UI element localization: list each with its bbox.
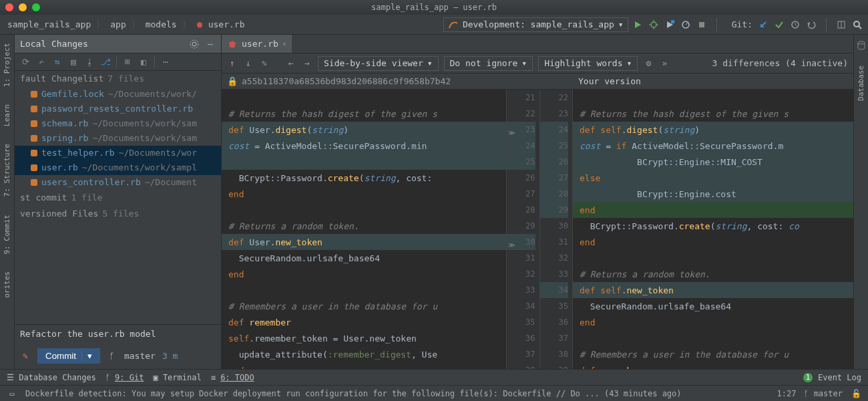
code-line[interactable]: def remember <box>222 314 506 330</box>
code-line[interactable] <box>573 90 853 106</box>
close-window-icon[interactable] <box>5 3 13 11</box>
tool-git[interactable]: ᚶ 9: Git <box>105 373 144 382</box>
code-line[interactable]: # Remembers a user in the database for u <box>573 346 853 362</box>
code-line[interactable]: self.remember_token = User.new_token <box>222 330 506 346</box>
changes-file-list[interactable]: fault Changelist 7 files Gemfile.lock~/D… <box>15 71 221 324</box>
breadcrumb[interactable]: sample_rails_app 〉 app 〉 models 〉 user.r… <box>5 19 246 31</box>
cursor-position[interactable]: 1:27 <box>777 389 797 398</box>
settings-diff-icon[interactable]: ⚙ <box>643 58 654 69</box>
code-line[interactable]: # Returns a random token. <box>573 266 853 282</box>
code-line[interactable] <box>222 282 506 298</box>
group-by-icon[interactable]: ⎇ <box>100 57 111 68</box>
edit-source-icon[interactable]: ✎ <box>259 58 270 69</box>
code-line[interactable] <box>573 330 853 346</box>
breadcrumb-part[interactable]: app <box>108 19 128 29</box>
shelve-icon[interactable]: ⭳ <box>84 57 95 68</box>
code-line[interactable]: BCrypt::Password.create(string, cost: co <box>573 218 853 234</box>
whitespace-dropdown[interactable]: Do not ignore ▾ <box>444 56 533 71</box>
tool-todo[interactable]: ≡ 6: TODO <box>211 373 254 382</box>
code-line[interactable]: cost = if ActiveModel::SecurePassword.m <box>573 138 853 154</box>
stop-icon[interactable] <box>696 19 707 30</box>
viewer-mode-dropdown[interactable]: Side-by-side viewer ▾ <box>318 56 439 71</box>
commit-message-input[interactable]: Refactor the user.rb model <box>15 324 221 343</box>
forward-icon[interactable]: → <box>302 58 312 69</box>
zoom-window-icon[interactable] <box>32 3 40 11</box>
commit-check-icon[interactable] <box>774 19 785 30</box>
amend-icon[interactable]: ✎ <box>20 351 31 362</box>
breadcrumb-part[interactable]: sample_rails_app <box>5 19 93 29</box>
run-config-selector[interactable]: Development: sample_rails_app ▾ <box>443 17 628 32</box>
code-line[interactable]: cost = ActiveModel::SecurePassword.min <box>222 138 506 154</box>
expand-all-icon[interactable]: ⊞ <box>122 57 133 68</box>
prev-diff-icon[interactable]: ↑ <box>227 58 238 69</box>
attach-profiler-icon[interactable] <box>680 19 691 30</box>
code-line[interactable]: SecureRandom.urlsafe_base64 <box>573 298 853 314</box>
code-line[interactable]: BCrypt::Password.create(string, cost: <box>222 170 506 186</box>
revert-icon[interactable] <box>806 19 817 30</box>
back-icon[interactable]: ← <box>286 58 296 69</box>
code-line[interactable]: else <box>573 170 853 186</box>
breadcrumb-file[interactable]: user.rb <box>206 19 247 29</box>
debug-icon[interactable] <box>648 19 659 30</box>
code-line[interactable]: end <box>573 234 853 250</box>
code-line[interactable]: def User.new_token <box>222 234 506 250</box>
branch-indicator[interactable]: ᚶ master <box>804 389 843 398</box>
code-line[interactable]: # Remembers a user in the database for u <box>222 298 506 314</box>
commit-button[interactable]: Commit ▾ <box>37 348 100 364</box>
chevron-down-icon[interactable]: ▾ <box>81 351 92 361</box>
code-line[interactable]: SecureRandom.urlsafe_base64 <box>222 250 506 266</box>
more-diff-icon[interactable]: » <box>659 58 670 69</box>
history-icon[interactable] <box>790 19 801 30</box>
database-icon[interactable] <box>856 40 867 51</box>
minimize-panel-icon[interactable]: — <box>205 39 216 49</box>
highlight-dropdown[interactable]: Highlight words ▾ <box>538 56 638 71</box>
code-line[interactable]: # Returns a random token. <box>222 218 506 234</box>
code-line[interactable]: def remember <box>573 362 853 369</box>
next-diff-icon[interactable]: ↓ <box>243 58 254 69</box>
code-line[interactable]: end <box>573 314 853 330</box>
code-line[interactable] <box>222 90 506 106</box>
tool-window-structure[interactable]: 7: Structure <box>3 141 11 199</box>
code-line[interactable]: BCrypt::Engine::MIN_COST <box>573 154 853 170</box>
gear-icon[interactable] <box>189 39 200 49</box>
code-line[interactable]: end <box>222 362 506 369</box>
preview-diff-icon[interactable]: ◧ <box>138 57 149 68</box>
close-tab-icon[interactable]: ✕ <box>282 39 287 48</box>
code-line[interactable]: BCrypt::Engine.cost <box>573 186 853 202</box>
run-icon[interactable] <box>632 19 643 30</box>
diff-icon[interactable]: ⇆ <box>52 57 63 68</box>
editor-tab[interactable]: user.rb ✕ <box>222 35 292 53</box>
search-everywhere-icon[interactable] <box>852 19 863 30</box>
changelist-icon[interactable]: ▤ <box>68 57 79 68</box>
code-line[interactable] <box>222 202 506 218</box>
code-line[interactable]: end <box>222 266 506 282</box>
code-line[interactable] <box>222 154 506 170</box>
code-line[interactable]: end <box>222 186 506 202</box>
tool-window-learn[interactable]: Learn <box>3 102 11 129</box>
code-line[interactable] <box>573 250 853 266</box>
refresh-icon[interactable]: ⟳ <box>20 57 31 68</box>
code-line[interactable]: update_attribute(:remember_digest, Use <box>222 346 506 362</box>
breadcrumb-part[interactable]: models <box>144 19 179 29</box>
left-code-pane[interactable]: # Returns the hash digest of the given s… <box>222 90 506 369</box>
minimize-window-icon[interactable] <box>19 3 27 11</box>
tool-database-changes[interactable]: ☰ Database Changes <box>7 373 96 382</box>
tool-terminal[interactable]: ▣ Terminal <box>153 373 201 382</box>
code-line[interactable]: end <box>573 202 853 218</box>
branch-label[interactable]: master <box>124 351 156 361</box>
update-project-icon[interactable] <box>758 19 769 30</box>
lock-status-icon[interactable]: 🔓 <box>851 388 861 399</box>
rollback-icon[interactable]: ↶ <box>36 57 47 68</box>
code-line[interactable]: # Returns the hash digest of the given s <box>222 106 506 122</box>
diff-body[interactable]: # Returns the hash digest of the given s… <box>222 90 853 369</box>
right-code-pane[interactable]: # Returns the hash digest of the given s… <box>573 90 853 369</box>
status-icon[interactable]: ▭ <box>7 388 17 399</box>
ide-settings-icon[interactable] <box>836 19 847 30</box>
tool-event-log[interactable]: Event Log <box>818 373 861 382</box>
tool-window-favorites[interactable]: orites <box>3 269 11 301</box>
code-line[interactable]: def self.new_token <box>573 282 853 298</box>
code-line[interactable]: # Returns the hash digest of the given s <box>573 106 853 122</box>
tool-window-database[interactable]: Database <box>857 63 865 104</box>
tool-window-commit[interactable]: 9: Commit <box>3 212 11 257</box>
more-icon[interactable]: ⋯ <box>160 57 171 68</box>
